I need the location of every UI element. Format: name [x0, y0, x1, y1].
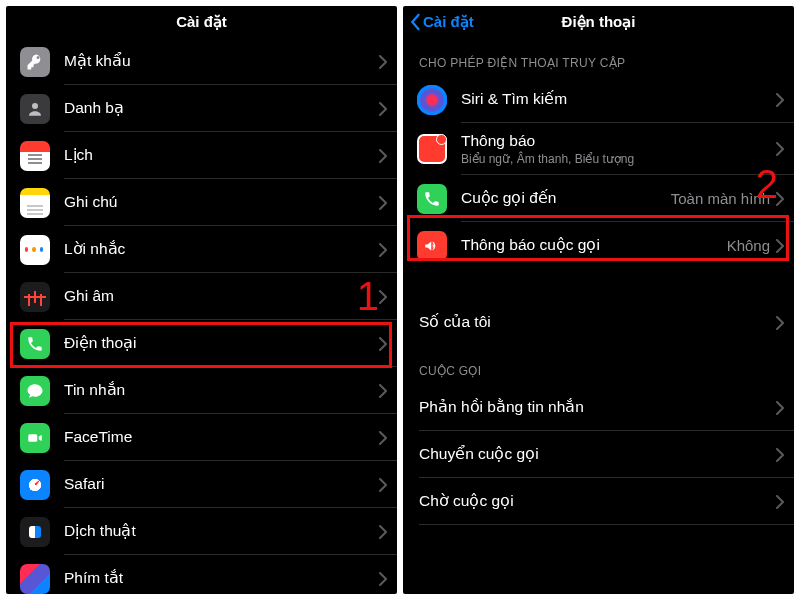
- row-label: Ghi âm: [64, 287, 379, 306]
- voice-memos-icon: [20, 282, 50, 312]
- row-subtitle: Biểu ngữ, Âm thanh, Biểu tượng: [461, 152, 776, 166]
- row-label: Danh bạ: [64, 99, 379, 118]
- row-value: Toàn màn hình: [671, 190, 770, 207]
- settings-row-voicememos[interactable]: Ghi âm: [6, 273, 397, 320]
- row-label: Thông báo cuộc gọi: [461, 236, 727, 255]
- page-title: Cài đặt: [176, 13, 227, 31]
- row-value: Không: [727, 237, 770, 254]
- row-label: Mật khẩu: [64, 52, 379, 71]
- chevron-right-icon: [379, 431, 387, 445]
- chevron-right-icon: [776, 316, 784, 330]
- svg-point-0: [32, 103, 38, 109]
- phone-settings-screen: Cài đặt Điện thoại CHO PHÉP ĐIỆN THOẠI T…: [403, 6, 794, 594]
- facetime-icon: [20, 423, 50, 453]
- settings-row-notes[interactable]: Ghi chú: [6, 179, 397, 226]
- settings-row-calendar[interactable]: Lịch: [6, 132, 397, 179]
- settings-row-facetime[interactable]: FaceTime: [6, 414, 397, 461]
- chevron-right-icon: [379, 337, 387, 351]
- row-notifications[interactable]: Thông báo Biểu ngữ, Âm thanh, Biểu tượng: [403, 123, 794, 175]
- row-label: Chuyển cuộc gọi: [419, 445, 776, 464]
- translate-icon: [20, 517, 50, 547]
- row-call-waiting[interactable]: Chờ cuộc gọi: [403, 478, 794, 525]
- row-label: Safari: [64, 475, 379, 494]
- row-label: Phím tắt: [64, 569, 379, 588]
- header: Cài đặt: [6, 6, 397, 38]
- chevron-left-icon: [409, 13, 421, 31]
- settings-row-passwords[interactable]: Mật khẩu: [6, 38, 397, 85]
- settings-list: Mật khẩu Danh bạ Lịch: [6, 38, 397, 594]
- section-header-calls: CUỘC GỌI: [403, 346, 794, 384]
- phone-icon: [20, 329, 50, 359]
- chevron-right-icon: [379, 55, 387, 69]
- row-label: Dịch thuật: [64, 522, 379, 541]
- settings-row-contacts[interactable]: Danh bạ: [6, 85, 397, 132]
- chevron-right-icon: [776, 192, 784, 206]
- chevron-right-icon: [379, 384, 387, 398]
- chevron-right-icon: [379, 243, 387, 257]
- row-label: Ghi chú: [64, 193, 379, 212]
- contacts-icon: [20, 94, 50, 124]
- chevron-right-icon: [776, 239, 784, 253]
- settings-row-safari[interactable]: Safari: [6, 461, 397, 508]
- row-label: FaceTime: [64, 428, 379, 447]
- chevron-right-icon: [776, 448, 784, 462]
- row-label: Điện thoại: [64, 334, 379, 353]
- header: Cài đặt Điện thoại: [403, 6, 794, 38]
- settings-row-translate[interactable]: Dịch thuật: [6, 508, 397, 555]
- row-siri-search[interactable]: Siri & Tìm kiếm: [403, 76, 794, 123]
- siri-icon: [417, 85, 447, 115]
- row-label: Chờ cuộc gọi: [419, 492, 776, 511]
- calendar-icon: [20, 141, 50, 171]
- row-label: Lời nhắc: [64, 240, 379, 259]
- settings-row-phone[interactable]: Điện thoại: [6, 320, 397, 367]
- settings-row-messages[interactable]: Tin nhắn: [6, 367, 397, 414]
- announce-calls-icon: [417, 231, 447, 261]
- notifications-icon: [417, 134, 447, 164]
- chevron-right-icon: [776, 142, 784, 156]
- chevron-right-icon: [379, 149, 387, 163]
- notes-icon: [20, 188, 50, 218]
- safari-icon: [20, 470, 50, 500]
- reminders-icon: [20, 235, 50, 265]
- back-label: Cài đặt: [423, 13, 474, 31]
- row-my-number[interactable]: Số của tôi: [403, 299, 794, 346]
- back-button[interactable]: Cài đặt: [409, 6, 474, 38]
- incoming-call-icon: [417, 184, 447, 214]
- chevron-right-icon: [379, 290, 387, 304]
- row-call-forwarding[interactable]: Chuyển cuộc gọi: [403, 431, 794, 478]
- row-label: Cuộc gọi đến: [461, 189, 671, 208]
- chevron-right-icon: [776, 93, 784, 107]
- row-label: Số của tôi: [419, 313, 776, 332]
- chevron-right-icon: [379, 572, 387, 586]
- row-label: Lịch: [64, 146, 379, 165]
- chevron-right-icon: [379, 196, 387, 210]
- row-label: Phản hồi bằng tin nhắn: [419, 398, 776, 417]
- row-label: Siri & Tìm kiếm: [461, 90, 776, 109]
- row-label: Tin nhắn: [64, 381, 379, 400]
- shortcuts-icon: [20, 564, 50, 594]
- chevron-right-icon: [776, 401, 784, 415]
- section-header-allow: CHO PHÉP ĐIỆN THOẠI TRUY CẬP: [403, 38, 794, 76]
- chevron-right-icon: [776, 495, 784, 509]
- key-icon: [20, 47, 50, 77]
- row-announce-calls[interactable]: Thông báo cuộc gọi Không: [403, 222, 794, 269]
- svg-rect-1: [28, 434, 37, 442]
- row-respond-with-text[interactable]: Phản hồi bằng tin nhắn: [403, 384, 794, 431]
- chevron-right-icon: [379, 478, 387, 492]
- page-title: Điện thoại: [562, 13, 636, 31]
- chevron-right-icon: [379, 102, 387, 116]
- messages-icon: [20, 376, 50, 406]
- settings-row-reminders[interactable]: Lời nhắc: [6, 226, 397, 273]
- settings-screen: Cài đặt Mật khẩu Danh bạ: [6, 6, 397, 594]
- settings-row-shortcuts[interactable]: Phím tắt: [6, 555, 397, 594]
- row-incoming-calls[interactable]: Cuộc gọi đến Toàn màn hình: [403, 175, 794, 222]
- row-label: Thông báo: [461, 132, 776, 151]
- chevron-right-icon: [379, 525, 387, 539]
